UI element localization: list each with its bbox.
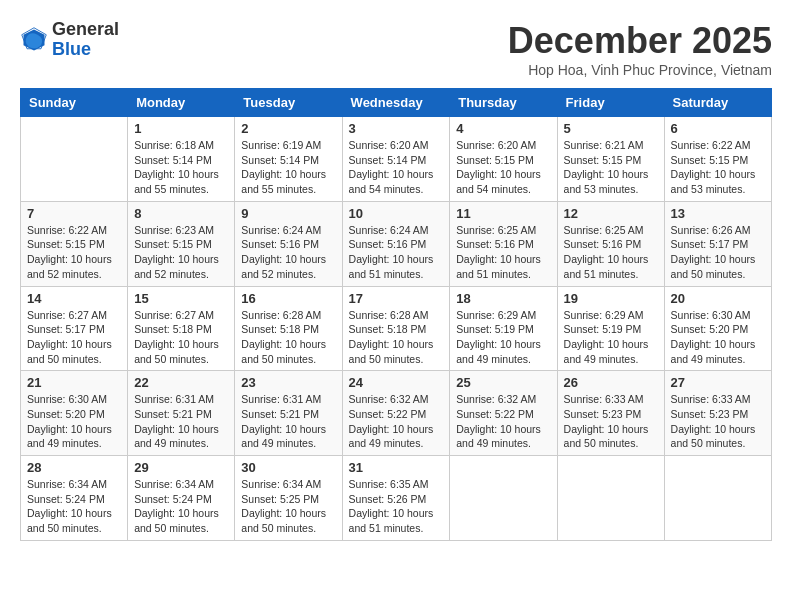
- day-info: Sunrise: 6:29 AMSunset: 5:19 PMDaylight:…: [456, 308, 550, 367]
- day-number: 16: [241, 291, 335, 306]
- day-number: 21: [27, 375, 121, 390]
- calendar-cell: 3Sunrise: 6:20 AMSunset: 5:14 PMDaylight…: [342, 117, 450, 202]
- day-number: 1: [134, 121, 228, 136]
- day-number: 18: [456, 291, 550, 306]
- day-info: Sunrise: 6:34 AMSunset: 5:25 PMDaylight:…: [241, 477, 335, 536]
- day-info: Sunrise: 6:23 AMSunset: 5:15 PMDaylight:…: [134, 223, 228, 282]
- calendar-cell: 14Sunrise: 6:27 AMSunset: 5:17 PMDayligh…: [21, 286, 128, 371]
- column-header-monday: Monday: [128, 89, 235, 117]
- calendar-cell: 31Sunrise: 6:35 AMSunset: 5:26 PMDayligh…: [342, 456, 450, 541]
- column-header-friday: Friday: [557, 89, 664, 117]
- day-number: 23: [241, 375, 335, 390]
- calendar-cell: 6Sunrise: 6:22 AMSunset: 5:15 PMDaylight…: [664, 117, 771, 202]
- calendar-cell: 23Sunrise: 6:31 AMSunset: 5:21 PMDayligh…: [235, 371, 342, 456]
- day-info: Sunrise: 6:25 AMSunset: 5:16 PMDaylight:…: [564, 223, 658, 282]
- calendar-cell: 19Sunrise: 6:29 AMSunset: 5:19 PMDayligh…: [557, 286, 664, 371]
- calendar-cell: 21Sunrise: 6:30 AMSunset: 5:20 PMDayligh…: [21, 371, 128, 456]
- day-number: 30: [241, 460, 335, 475]
- day-info: Sunrise: 6:19 AMSunset: 5:14 PMDaylight:…: [241, 138, 335, 197]
- day-number: 10: [349, 206, 444, 221]
- day-info: Sunrise: 6:32 AMSunset: 5:22 PMDaylight:…: [349, 392, 444, 451]
- logo-text: General Blue: [52, 20, 119, 60]
- day-info: Sunrise: 6:31 AMSunset: 5:21 PMDaylight:…: [241, 392, 335, 451]
- day-number: 8: [134, 206, 228, 221]
- calendar-cell: 27Sunrise: 6:33 AMSunset: 5:23 PMDayligh…: [664, 371, 771, 456]
- day-info: Sunrise: 6:31 AMSunset: 5:21 PMDaylight:…: [134, 392, 228, 451]
- logo-blue: Blue: [52, 40, 119, 60]
- day-info: Sunrise: 6:35 AMSunset: 5:26 PMDaylight:…: [349, 477, 444, 536]
- day-number: 6: [671, 121, 765, 136]
- calendar-cell: 13Sunrise: 6:26 AMSunset: 5:17 PMDayligh…: [664, 201, 771, 286]
- day-info: Sunrise: 6:34 AMSunset: 5:24 PMDaylight:…: [27, 477, 121, 536]
- day-info: Sunrise: 6:30 AMSunset: 5:20 PMDaylight:…: [671, 308, 765, 367]
- day-number: 4: [456, 121, 550, 136]
- day-number: 25: [456, 375, 550, 390]
- day-info: Sunrise: 6:20 AMSunset: 5:15 PMDaylight:…: [456, 138, 550, 197]
- calendar-cell: 24Sunrise: 6:32 AMSunset: 5:22 PMDayligh…: [342, 371, 450, 456]
- calendar-cell: 30Sunrise: 6:34 AMSunset: 5:25 PMDayligh…: [235, 456, 342, 541]
- calendar-cell: [450, 456, 557, 541]
- day-info: Sunrise: 6:26 AMSunset: 5:17 PMDaylight:…: [671, 223, 765, 282]
- calendar-cell: 1Sunrise: 6:18 AMSunset: 5:14 PMDaylight…: [128, 117, 235, 202]
- calendar-week-1: 1Sunrise: 6:18 AMSunset: 5:14 PMDaylight…: [21, 117, 772, 202]
- day-number: 17: [349, 291, 444, 306]
- calendar-cell: 10Sunrise: 6:24 AMSunset: 5:16 PMDayligh…: [342, 201, 450, 286]
- calendar-week-2: 7Sunrise: 6:22 AMSunset: 5:15 PMDaylight…: [21, 201, 772, 286]
- calendar-table: SundayMondayTuesdayWednesdayThursdayFrid…: [20, 88, 772, 541]
- day-info: Sunrise: 6:30 AMSunset: 5:20 PMDaylight:…: [27, 392, 121, 451]
- calendar-cell: 5Sunrise: 6:21 AMSunset: 5:15 PMDaylight…: [557, 117, 664, 202]
- title-block: December 2025 Hop Hoa, Vinh Phuc Provinc…: [508, 20, 772, 78]
- column-header-saturday: Saturday: [664, 89, 771, 117]
- day-info: Sunrise: 6:34 AMSunset: 5:24 PMDaylight:…: [134, 477, 228, 536]
- day-info: Sunrise: 6:22 AMSunset: 5:15 PMDaylight:…: [671, 138, 765, 197]
- calendar-cell: 18Sunrise: 6:29 AMSunset: 5:19 PMDayligh…: [450, 286, 557, 371]
- day-number: 24: [349, 375, 444, 390]
- calendar-cell: 17Sunrise: 6:28 AMSunset: 5:18 PMDayligh…: [342, 286, 450, 371]
- calendar-cell: 12Sunrise: 6:25 AMSunset: 5:16 PMDayligh…: [557, 201, 664, 286]
- day-number: 14: [27, 291, 121, 306]
- calendar-week-3: 14Sunrise: 6:27 AMSunset: 5:17 PMDayligh…: [21, 286, 772, 371]
- day-number: 2: [241, 121, 335, 136]
- calendar-cell: 25Sunrise: 6:32 AMSunset: 5:22 PMDayligh…: [450, 371, 557, 456]
- calendar-cell: 2Sunrise: 6:19 AMSunset: 5:14 PMDaylight…: [235, 117, 342, 202]
- day-number: 13: [671, 206, 765, 221]
- calendar-cell: 26Sunrise: 6:33 AMSunset: 5:23 PMDayligh…: [557, 371, 664, 456]
- calendar-cell: 29Sunrise: 6:34 AMSunset: 5:24 PMDayligh…: [128, 456, 235, 541]
- day-number: 27: [671, 375, 765, 390]
- calendar-cell: 7Sunrise: 6:22 AMSunset: 5:15 PMDaylight…: [21, 201, 128, 286]
- calendar-cell: 15Sunrise: 6:27 AMSunset: 5:18 PMDayligh…: [128, 286, 235, 371]
- day-number: 22: [134, 375, 228, 390]
- day-number: 5: [564, 121, 658, 136]
- day-info: Sunrise: 6:21 AMSunset: 5:15 PMDaylight:…: [564, 138, 658, 197]
- day-info: Sunrise: 6:22 AMSunset: 5:15 PMDaylight:…: [27, 223, 121, 282]
- day-info: Sunrise: 6:33 AMSunset: 5:23 PMDaylight:…: [671, 392, 765, 451]
- day-number: 26: [564, 375, 658, 390]
- calendar-week-5: 28Sunrise: 6:34 AMSunset: 5:24 PMDayligh…: [21, 456, 772, 541]
- calendar-body: 1Sunrise: 6:18 AMSunset: 5:14 PMDaylight…: [21, 117, 772, 541]
- day-info: Sunrise: 6:27 AMSunset: 5:17 PMDaylight:…: [27, 308, 121, 367]
- day-number: 11: [456, 206, 550, 221]
- column-header-thursday: Thursday: [450, 89, 557, 117]
- calendar-cell: [664, 456, 771, 541]
- calendar-cell: 8Sunrise: 6:23 AMSunset: 5:15 PMDaylight…: [128, 201, 235, 286]
- column-header-sunday: Sunday: [21, 89, 128, 117]
- logo: General Blue: [20, 20, 119, 60]
- column-header-wednesday: Wednesday: [342, 89, 450, 117]
- calendar-cell: 16Sunrise: 6:28 AMSunset: 5:18 PMDayligh…: [235, 286, 342, 371]
- page-header: General Blue December 2025 Hop Hoa, Vinh…: [20, 20, 772, 78]
- day-number: 12: [564, 206, 658, 221]
- calendar-cell: 4Sunrise: 6:20 AMSunset: 5:15 PMDaylight…: [450, 117, 557, 202]
- calendar-header-row: SundayMondayTuesdayWednesdayThursdayFrid…: [21, 89, 772, 117]
- calendar-cell: 22Sunrise: 6:31 AMSunset: 5:21 PMDayligh…: [128, 371, 235, 456]
- calendar-cell: 11Sunrise: 6:25 AMSunset: 5:16 PMDayligh…: [450, 201, 557, 286]
- calendar-cell: 28Sunrise: 6:34 AMSunset: 5:24 PMDayligh…: [21, 456, 128, 541]
- day-info: Sunrise: 6:28 AMSunset: 5:18 PMDaylight:…: [349, 308, 444, 367]
- calendar-cell: 20Sunrise: 6:30 AMSunset: 5:20 PMDayligh…: [664, 286, 771, 371]
- day-info: Sunrise: 6:29 AMSunset: 5:19 PMDaylight:…: [564, 308, 658, 367]
- day-number: 20: [671, 291, 765, 306]
- day-info: Sunrise: 6:20 AMSunset: 5:14 PMDaylight:…: [349, 138, 444, 197]
- day-info: Sunrise: 6:24 AMSunset: 5:16 PMDaylight:…: [349, 223, 444, 282]
- logo-icon: [20, 26, 48, 54]
- day-info: Sunrise: 6:32 AMSunset: 5:22 PMDaylight:…: [456, 392, 550, 451]
- day-info: Sunrise: 6:28 AMSunset: 5:18 PMDaylight:…: [241, 308, 335, 367]
